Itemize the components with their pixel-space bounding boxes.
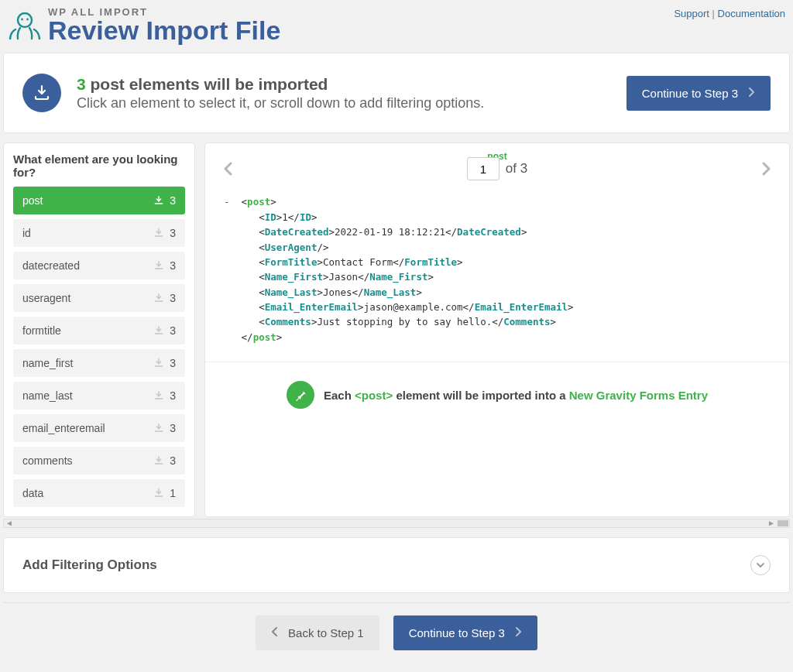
link-separator: | — [712, 8, 718, 19]
element-item-label: formtitle — [22, 324, 61, 337]
element-item-label: datecreated — [22, 259, 80, 272]
page-title: Review Import File — [48, 16, 674, 45]
element-item-datecreated[interactable]: datecreated3 — [13, 252, 185, 279]
chevron-right-icon — [514, 626, 522, 639]
element-item-label: post — [22, 194, 43, 207]
expand-filtering-button[interactable] — [750, 555, 771, 575]
element-item-id[interactable]: id3 — [13, 219, 185, 247]
horizontal-scrollbar[interactable]: ◄► — [3, 519, 790, 528]
element-item-label: data — [22, 487, 43, 499]
back-step1-button[interactable]: Back to Step 1 — [256, 615, 379, 650]
support-link[interactable]: Support — [674, 8, 709, 19]
sidebar-heading: What element are you looking for? — [13, 153, 185, 179]
element-item-count: 3 — [170, 389, 176, 402]
element-item-useragent[interactable]: useragent3 — [13, 284, 185, 312]
element-item-post[interactable]: post3 — [13, 187, 185, 214]
filtering-title: Add Filtering Options — [22, 557, 157, 573]
pin-icon — [287, 381, 314, 409]
import-download-icon — [22, 74, 61, 112]
element-item-count: 1 — [170, 487, 176, 499]
wpai-logo-icon — [8, 8, 42, 42]
download-icon — [153, 454, 165, 467]
element-item-label: email_enteremail — [22, 422, 105, 434]
notice-subtext: Click an element to select it, or scroll… — [77, 95, 484, 111]
element-item-label: name_last — [22, 389, 73, 402]
element-item-comments[interactable]: comments3 — [13, 447, 185, 475]
element-item-label: id — [22, 227, 31, 239]
element-item-name_first[interactable]: name_first3 — [13, 349, 185, 377]
svg-point-1 — [21, 19, 23, 21]
chevron-left-icon — [271, 626, 279, 639]
download-icon — [153, 422, 165, 434]
documentation-link[interactable]: Documentation — [718, 8, 785, 19]
download-icon — [153, 259, 165, 272]
element-item-label: name_first — [22, 357, 73, 369]
element-item-label: comments — [22, 454, 73, 467]
download-icon — [153, 357, 165, 369]
notice-heading: 3 post elements will be imported — [77, 75, 484, 94]
next-record-arrow[interactable] — [755, 158, 777, 180]
record-total: of 3 — [506, 161, 527, 177]
element-item-count: 3 — [170, 292, 176, 304]
download-icon — [153, 389, 165, 402]
download-icon — [153, 324, 165, 337]
element-item-formtitle[interactable]: formtitle3 — [13, 317, 185, 345]
notice-count: 3 — [77, 75, 86, 93]
element-item-count: 3 — [170, 324, 176, 337]
element-item-count: 3 — [170, 194, 176, 207]
download-icon — [153, 292, 165, 304]
element-item-email_enteremail[interactable]: email_enteremail3 — [13, 414, 185, 442]
svg-point-0 — [18, 13, 32, 27]
xml-preview[interactable]: - <post> <ID>1</ID> <DateCreated>2022-01… — [205, 180, 789, 362]
download-icon — [153, 227, 165, 239]
element-item-count: 3 — [170, 227, 176, 239]
element-item-count: 3 — [170, 357, 176, 369]
element-item-data[interactable]: data1 — [13, 479, 185, 507]
download-icon — [153, 194, 165, 207]
element-item-name_last[interactable]: name_last3 — [13, 382, 185, 410]
svg-point-2 — [26, 19, 29, 21]
continue-step3-button-bottom[interactable]: Continue to Step 3 — [393, 615, 537, 650]
chevron-right-icon — [747, 87, 755, 100]
element-item-count: 3 — [170, 259, 176, 272]
download-icon — [153, 487, 165, 499]
element-item-count: 3 — [170, 454, 176, 467]
import-destination-note: Each <post> element will be imported int… — [324, 389, 708, 402]
element-item-count: 3 — [170, 422, 176, 434]
prev-record-arrow[interactable] — [218, 158, 239, 180]
record-index-input[interactable] — [467, 157, 499, 180]
element-item-label: useragent — [22, 292, 70, 304]
continue-step3-button-top[interactable]: Continue to Step 3 — [627, 76, 771, 111]
